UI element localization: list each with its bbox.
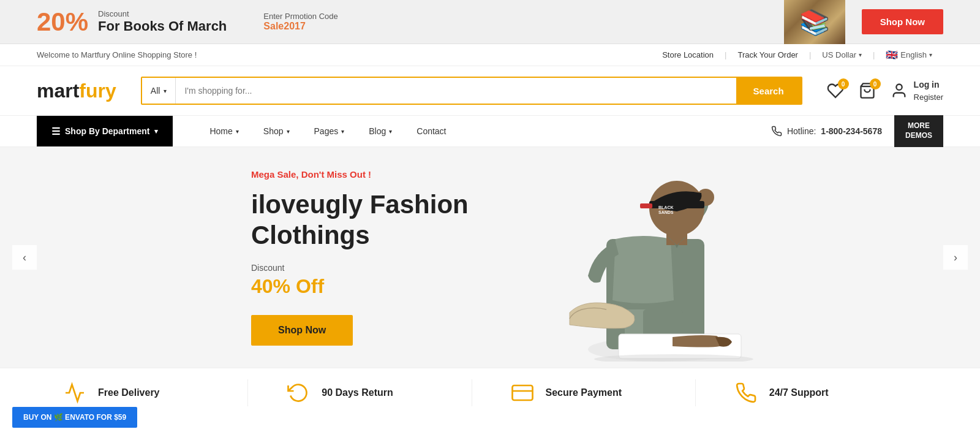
hero-title: iloveugly FashionClothings bbox=[251, 189, 521, 251]
header: martfury All ▾ Search 0 0 Log in bbox=[0, 66, 980, 115]
language-label: English bbox=[900, 50, 927, 59]
hero-prev-button[interactable]: ‹ bbox=[12, 245, 37, 270]
banner-promo-code: Sale2017 bbox=[263, 21, 337, 32]
banner-discount-label: Discount bbox=[98, 9, 227, 18]
hero-person-svg: BLACK SANDS bbox=[521, 153, 766, 362]
language-chevron-icon: ▾ bbox=[929, 51, 932, 58]
cart-badge: 0 bbox=[870, 78, 881, 89]
banner-promo-block: Enter Prmotion Code Sale2017 bbox=[263, 12, 337, 32]
svg-text:SANDS: SANDS bbox=[658, 210, 674, 214]
wishlist-badge: 0 bbox=[838, 78, 849, 89]
more-demos-label: MOREDEMOS bbox=[905, 121, 932, 140]
nav-blog-chevron-icon: ▾ bbox=[389, 128, 392, 135]
utility-links: Store Location | Track Your Order | US D… bbox=[651, 49, 943, 61]
support-label: 24/7 Support bbox=[769, 387, 829, 398]
hero-text: Mega Sale, Don't Miss Out ! iloveugly Fa… bbox=[214, 169, 521, 346]
banner-promo-label: Enter Prmotion Code bbox=[263, 12, 337, 21]
return-label: 90 Days Return bbox=[322, 387, 393, 398]
phone-icon bbox=[771, 126, 782, 137]
more-demos-button[interactable]: MOREDEMOS bbox=[894, 115, 943, 147]
department-label: Shop By Department bbox=[65, 126, 149, 136]
search-category-label: All bbox=[151, 86, 160, 96]
footer-item-delivery: Free Delivery bbox=[61, 379, 247, 406]
hero-section: ‹ Mega Sale, Don't Miss Out ! iloveugly … bbox=[0, 147, 980, 368]
footer-item-payment: Secure Payment bbox=[472, 379, 695, 406]
support-icon bbox=[733, 379, 760, 406]
footer-item-return: 90 Days Return bbox=[247, 379, 471, 406]
banner-title: For Books Of March bbox=[98, 18, 227, 34]
currency-chevron-icon: ▾ bbox=[859, 51, 862, 58]
register-link: Register bbox=[914, 93, 943, 102]
search-button[interactable]: Search bbox=[736, 78, 801, 104]
hotline-number: 1-800-234-5678 bbox=[821, 126, 882, 136]
delivery-label: Free Delivery bbox=[98, 387, 160, 398]
search-input[interactable] bbox=[176, 78, 736, 104]
hero-content: Mega Sale, Don't Miss Out ! iloveugly Fa… bbox=[214, 153, 766, 362]
utility-welcome-text: Welcome to Martfury Online Shopping Stor… bbox=[37, 50, 651, 59]
navbar: ☰ Shop By Department ▾ Home ▾ Shop ▾ Pag… bbox=[0, 115, 980, 147]
payment-label: Secure Payment bbox=[546, 387, 622, 398]
login-block[interactable]: Log in Register bbox=[891, 78, 943, 104]
svg-rect-7 bbox=[640, 203, 652, 208]
envato-label: BUY ON 🌿 ENVATO FOR $59 bbox=[23, 413, 126, 417]
shop-by-department-button[interactable]: ☰ Shop By Department ▾ bbox=[37, 116, 173, 146]
nav-home[interactable]: Home ▾ bbox=[197, 115, 251, 147]
svg-rect-10 bbox=[666, 233, 687, 245]
banner-text-block: Discount For Books Of March bbox=[98, 9, 227, 34]
banner-book-image bbox=[784, 0, 845, 44]
login-link: Log in bbox=[914, 78, 943, 91]
wishlist-icon[interactable]: 0 bbox=[827, 82, 844, 99]
language-selector[interactable]: 🇬🇧 English ▾ bbox=[875, 49, 943, 61]
logo-yellow: fury bbox=[79, 80, 116, 102]
hero-next-button[interactable]: › bbox=[943, 245, 968, 270]
currency-selector[interactable]: US Dollar ▾ bbox=[811, 50, 873, 59]
nav-contact[interactable]: Contact bbox=[404, 115, 458, 147]
hero-image: BLACK SANDS bbox=[521, 153, 766, 362]
track-order-link[interactable]: Track Your Order bbox=[726, 50, 809, 59]
nav-home-chevron-icon: ▾ bbox=[236, 128, 239, 135]
hotline: Hotline: 1-800-234-5678 bbox=[771, 126, 882, 137]
hero-discount-value: 40% Off bbox=[251, 275, 521, 298]
nav-shop[interactable]: Shop ▾ bbox=[251, 115, 302, 147]
banner-discount-pct: 20% bbox=[37, 7, 88, 37]
search-category-dropdown[interactable]: All ▾ bbox=[142, 78, 176, 104]
footer-strip: Free Delivery 90 Days Return Secure Paym… bbox=[0, 368, 980, 417]
delivery-icon bbox=[61, 379, 88, 406]
svg-point-1 bbox=[896, 85, 902, 90]
store-location-link[interactable]: Store Location bbox=[651, 50, 725, 59]
logo-black: mart bbox=[37, 80, 79, 102]
svg-rect-6 bbox=[649, 201, 704, 208]
department-chevron-icon: ▾ bbox=[154, 127, 158, 135]
search-category-chevron-icon: ▾ bbox=[164, 88, 167, 94]
hero-discount-label: Discount bbox=[251, 263, 521, 273]
header-actions: 0 0 Log in Register bbox=[827, 78, 943, 104]
hamburger-icon: ☰ bbox=[51, 126, 60, 137]
hero-tag: Mega Sale, Don't Miss Out ! bbox=[251, 169, 521, 180]
envato-badge[interactable]: BUY ON 🌿 ENVATO FOR $59 bbox=[12, 407, 137, 417]
flag-icon: 🇬🇧 bbox=[886, 49, 898, 61]
nav-pages[interactable]: Pages ▾ bbox=[302, 115, 357, 147]
nav-shop-chevron-icon: ▾ bbox=[287, 128, 290, 135]
banner-shop-button[interactable]: Shop Now bbox=[862, 9, 943, 34]
nav-blog[interactable]: Blog ▾ bbox=[356, 115, 404, 147]
utility-bar: Welcome to Martfury Online Shopping Stor… bbox=[0, 44, 980, 66]
search-bar: All ▾ Search bbox=[141, 77, 802, 105]
nav-links: Home ▾ Shop ▾ Pages ▾ Blog ▾ Contact bbox=[197, 115, 771, 147]
svg-text:BLACK: BLACK bbox=[658, 205, 674, 210]
top-banner: 20% Discount For Books Of March Enter Pr… bbox=[0, 0, 980, 44]
hero-shop-button[interactable]: Shop Now bbox=[251, 315, 353, 346]
currency-label: US Dollar bbox=[822, 50, 856, 59]
hotline-label: Hotline: bbox=[787, 126, 816, 136]
nav-pages-chevron-icon: ▾ bbox=[341, 128, 344, 135]
cart-icon[interactable]: 0 bbox=[859, 82, 876, 99]
footer-item-support: 24/7 Support bbox=[695, 379, 919, 406]
logo[interactable]: martfury bbox=[37, 80, 116, 102]
payment-icon bbox=[509, 379, 536, 406]
return-icon bbox=[285, 379, 312, 406]
svg-rect-17 bbox=[512, 385, 532, 400]
